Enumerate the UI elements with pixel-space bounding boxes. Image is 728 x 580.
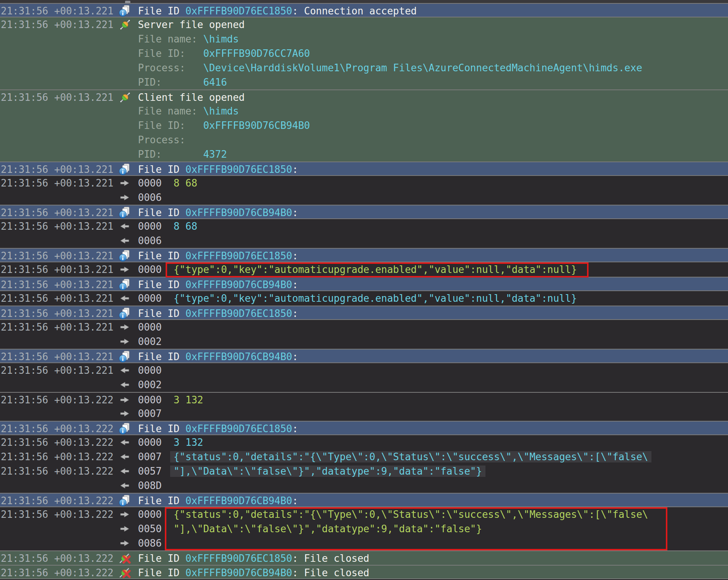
hex-dump-line: 0000 {"type":0,"key":"automaticupgrade.e… (138, 291, 577, 306)
log-viewer[interactable]: 21:31:56 +00:13.221File ID 0xFFFFB90D76E… (0, 3, 728, 579)
log-row-header[interactable]: 21:31:56 +00:13.221File ID 0xFFFFB90D76E… (0, 3, 728, 17)
log-row-data[interactable]: 008D (0, 478, 728, 493)
plug-connected-icon (119, 19, 132, 31)
message-text: : (292, 351, 298, 362)
timestamp: 21:31:56 +00:13.221 (1, 291, 113, 306)
field-value: 0xFFFFB90D76CB94B0 (203, 120, 310, 131)
field-value: 0xFFFFB90D76EC1850 (185, 308, 292, 319)
message-text: File name: (138, 105, 203, 117)
log-row-header[interactable]: 21:31:56 +00:13.221File ID 0xFFFFB90D76C… (0, 277, 728, 291)
offset-data-gap (162, 365, 174, 376)
log-row-data[interactable]: 21:31:56 +00:13.2210000 (0, 320, 728, 334)
log-row-data[interactable]: 0086 (0, 536, 728, 550)
offset-data-gap (162, 437, 174, 448)
hex-offset: 0006 (138, 235, 162, 246)
log-row-data[interactable]: 0006 (0, 190, 728, 205)
field-value: 6416 (203, 77, 227, 88)
offset-data-gap (162, 336, 174, 347)
transmitted-data: {"type":0,"key":"automaticupgrade.enable… (174, 264, 577, 275)
plug-disconnected-icon (119, 567, 132, 579)
timestamp: 21:31:56 +00:13.222 (1, 422, 113, 436)
log-row-detail[interactable]: Process: (0, 133, 728, 147)
log-row-data[interactable]: 21:31:56 +00:13.2220000 {"status":0,"det… (0, 507, 728, 522)
hex-dump-line: 008D (138, 478, 174, 493)
log-row-data[interactable]: 21:31:56 +00:13.2210000 8 68 (0, 219, 728, 234)
timestamp: 21:31:56 +00:13.221 (1, 90, 113, 105)
log-row-header[interactable]: 21:31:56 +00:13.222File ID 0xFFFFB90D76C… (0, 493, 728, 507)
log-row-header[interactable]: 21:31:56 +00:13.221File ID 0xFFFFB90D76E… (0, 161, 728, 176)
log-text: File ID 0xFFFFB90D76CB94B0: (138, 494, 298, 508)
file-info-icon (119, 423, 132, 435)
log-row-header[interactable]: 21:31:56 +00:13.222File ID 0xFFFFB90D76E… (0, 421, 728, 435)
log-row-detail[interactable]: File ID: 0xFFFFB90D76CC7A60 (0, 46, 728, 61)
message-text: : File closed (292, 567, 369, 578)
log-text: File ID 0xFFFFB90D76CB94B0: (138, 277, 298, 292)
log-row-header[interactable]: 21:31:56 +00:13.221File ID 0xFFFFB90D76E… (0, 248, 728, 262)
log-text: File ID: 0xFFFFB90D76CB94B0 (138, 118, 310, 133)
log-row-data[interactable]: 21:31:56 +00:13.2210000 (0, 363, 728, 378)
tx-arrow-icon (120, 193, 130, 202)
log-row-header[interactable]: 21:31:56 +00:13.221File ID 0xFFFFB90D76C… (0, 349, 728, 363)
log-row-info[interactable]: 21:31:56 +00:13.221Client file opened (0, 89, 728, 104)
log-row-info[interactable]: 21:31:56 +00:13.222File ID 0xFFFFB90D76C… (0, 565, 728, 579)
hex-dump-line: 0002 (138, 334, 174, 349)
log-text: File ID 0xFFFFB90D76EC1850: (138, 422, 298, 436)
hex-dump-line: 0006 (138, 234, 174, 248)
hex-offset: 0000 (138, 264, 162, 275)
log-text: Server file opened (138, 17, 245, 32)
log-row-data[interactable]: 0050 "],\"Data\":\"false\"}","datatype":… (0, 522, 728, 536)
field-value: \himds (203, 105, 239, 117)
log-row-data[interactable]: 21:31:56 +00:13.2220057 "],\"Data\":\"fa… (0, 464, 728, 478)
offset-data-gap (162, 408, 174, 419)
log-row-data[interactable]: 0002 (0, 378, 728, 392)
log-row-detail[interactable]: File ID: 0xFFFFB90D76CB94B0 (0, 118, 728, 133)
log-row-data[interactable]: 0002 (0, 334, 728, 349)
hex-offset: 0000 (138, 221, 162, 232)
message-text: PID: (138, 77, 203, 88)
tx-arrow-icon (120, 179, 130, 187)
message-text: File ID: (138, 48, 203, 59)
log-row-header[interactable]: 21:31:56 +00:13.221File ID 0xFFFFB90D76E… (0, 306, 728, 320)
log-row-data[interactable]: 21:31:56 +00:13.2210000 8 68 (0, 176, 728, 190)
field-value: 0xFFFFB90D76EC1850 (185, 5, 292, 17)
hex-dump-line: 0000 {"type":0,"key":"automaticupgrade.e… (138, 262, 577, 277)
log-row-detail[interactable]: PID: 4372 (0, 147, 728, 161)
log-row-detail[interactable]: File name: \himds (0, 32, 728, 46)
log-row-data[interactable]: 21:31:56 +00:13.2220007 {"status":0,"det… (0, 450, 728, 464)
log-row-data[interactable]: 21:31:56 +00:13.2210000 {"type":0,"key":… (0, 291, 728, 306)
rx-arrow-icon (120, 222, 130, 230)
log-text: File ID 0xFFFFB90D76CB94B0: (138, 205, 298, 220)
hex-offset: 0000 (138, 321, 162, 333)
log-row-detail[interactable]: Process: \Device\HarddiskVolume1\Program… (0, 61, 728, 75)
rx-arrow-icon (120, 237, 130, 245)
timestamp: 21:31:56 +00:13.221 (1, 306, 113, 321)
tx-arrow-icon (120, 265, 130, 274)
message-text: Server file opened (138, 19, 245, 30)
timestamp: 21:31:56 +00:13.221 (1, 350, 113, 364)
tx-arrow-icon (120, 539, 130, 547)
hex-dump-line: 0000 (138, 363, 174, 378)
log-row-header[interactable]: 21:31:56 +00:13.221File ID 0xFFFFB90D76C… (0, 205, 728, 219)
log-row-info[interactable]: 21:31:56 +00:13.221Server file opened (0, 17, 728, 32)
message-text: PID: (138, 149, 203, 160)
log-text: File ID: 0xFFFFB90D76CC7A60 (138, 46, 310, 61)
field-value: 4372 (203, 149, 227, 160)
hex-offset: 008D (138, 480, 162, 491)
log-row-info[interactable]: 21:31:56 +00:13.222File ID 0xFFFFB90D76E… (0, 550, 728, 565)
hex-dump-line: 0000 8 68 (138, 176, 197, 190)
hex-offset: 0000 (138, 293, 162, 304)
log-row-data[interactable]: 21:31:56 +00:13.2220000 3 132 (0, 435, 728, 450)
log-row-detail[interactable]: File name: \himds (0, 104, 728, 118)
log-row-data[interactable]: 21:31:56 +00:13.2210000 {"type":0,"key":… (0, 262, 728, 277)
log-row-data[interactable]: 21:31:56 +00:13.2220000 3 132 (0, 392, 728, 406)
log-text: File ID 0xFFFFB90D76EC1850: (138, 306, 298, 321)
field-value: 0xFFFFB90D76CB94B0 (185, 567, 292, 578)
transmitted-data: {"status":0,"details":"{\"Type\":0,\"Sta… (174, 509, 648, 520)
log-row-data[interactable]: 0006 (0, 234, 728, 248)
log-row-data[interactable]: 0007 (0, 406, 728, 421)
log-row-detail[interactable]: PID: 6416 (0, 75, 728, 89)
hex-dump-line: 0000 8 68 (138, 219, 197, 234)
tx-arrow-icon (120, 409, 130, 418)
offset-data-gap (162, 177, 174, 189)
message-text: Process: (138, 62, 203, 74)
